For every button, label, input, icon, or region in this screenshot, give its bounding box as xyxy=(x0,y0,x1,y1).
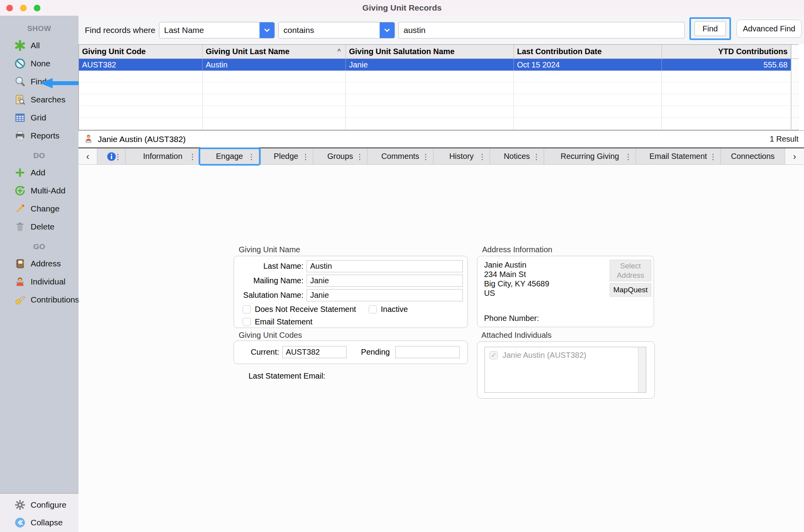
sidebar-item-all[interactable]: All xyxy=(0,36,79,55)
advanced-find-button[interactable]: Advanced Find xyxy=(736,20,802,38)
tab-options-icon[interactable]: ⋮ xyxy=(302,152,309,161)
find-bar: Find records where Last Name contains Fi… xyxy=(79,16,804,44)
attached-checkbox-checked[interactable]: ✓ xyxy=(490,351,498,359)
sidebar-item-individual[interactable]: Individual xyxy=(0,273,79,291)
email-statement-label: Email Statement xyxy=(255,317,312,326)
tab-notices[interactable]: Notices⋮ xyxy=(490,148,544,164)
address-line: 234 Main St xyxy=(484,270,549,279)
salutation-name-label: Salutation Name: xyxy=(234,291,303,300)
sidebar-item-searches[interactable]: Searches xyxy=(0,91,79,109)
tab-history[interactable]: History⋮ xyxy=(433,148,490,164)
sidebar-item-label: All xyxy=(31,41,40,50)
last-name-input[interactable] xyxy=(307,260,463,272)
sidebar-item-grid[interactable]: Grid xyxy=(0,109,79,127)
sidebar-item-label: Reports xyxy=(31,131,60,140)
tab-options-icon[interactable]: ⋮ xyxy=(114,152,122,161)
mailing-name-input[interactable] xyxy=(307,275,463,287)
tab-information[interactable]: Information⋮ xyxy=(126,148,200,164)
sidebar-item-find[interactable]: Find xyxy=(0,73,79,91)
sidebar-item-address[interactable]: Address xyxy=(0,255,79,273)
tab-info[interactable]: ⋮ xyxy=(97,148,126,164)
person-laptop-icon xyxy=(83,134,94,144)
tab-options-icon[interactable]: ⋮ xyxy=(625,152,632,161)
sidebar-section-do: DO xyxy=(0,148,79,164)
address-book-icon xyxy=(14,258,26,270)
tab-groups[interactable]: Groups⋮ xyxy=(313,148,367,164)
tab-options-icon[interactable]: ⋮ xyxy=(422,152,429,161)
tab-recurring-giving[interactable]: Recurring Giving⋮ xyxy=(544,148,636,164)
tabs-scroll-right-button[interactable]: › xyxy=(785,148,804,164)
tab-options-icon[interactable]: ⋮ xyxy=(356,152,364,161)
inactive-checkbox[interactable] xyxy=(369,305,377,313)
sidebar-item-add[interactable]: Add xyxy=(0,164,79,182)
person-icon xyxy=(14,276,26,288)
tab-pledge[interactable]: Pledge⋮ xyxy=(259,148,313,164)
sidebar-item-configure[interactable]: Configure xyxy=(0,496,79,514)
tab-options-icon[interactable]: ⋮ xyxy=(479,152,486,161)
column-header-last-contribution-date[interactable]: Last Contribution Date xyxy=(514,45,662,58)
sidebar-item-label: Grid xyxy=(31,113,46,122)
search-query-input[interactable] xyxy=(398,22,685,38)
phone-number-label: Phone Number: xyxy=(484,313,539,323)
list-scrollbar-track[interactable] xyxy=(638,347,646,392)
find-records-where-label: Find records where xyxy=(85,16,155,44)
record-tab-strip: ‹ ⋮ Information⋮ Engage⋮ Pledge⋮ Groups⋮… xyxy=(79,148,804,165)
printer-icon xyxy=(14,130,26,142)
email-statement-checkbox[interactable] xyxy=(243,318,251,326)
tab-email-statement[interactable]: Email Statement⋮ xyxy=(636,148,721,164)
column-header-ytd-contributions[interactable]: YTD Contributions xyxy=(662,45,791,58)
tab-engage[interactable]: Engage⋮ xyxy=(200,148,259,164)
sidebar-item-label: Collapse xyxy=(31,518,63,527)
tab-comments[interactable]: Comments⋮ xyxy=(367,148,433,164)
tab-label: Pledge xyxy=(274,152,298,161)
multi-add-icon xyxy=(14,185,26,197)
salutation-name-input[interactable] xyxy=(307,289,463,301)
attached-individual-row[interactable]: ✓ Janie Austin (AUST382) xyxy=(485,347,646,360)
mapquest-button[interactable]: MapQuest xyxy=(610,283,651,297)
sidebar-item-change[interactable]: Change xyxy=(0,200,79,218)
last-name-label: Last Name: xyxy=(234,262,303,271)
sidebar-item-contributions[interactable]: Contributions xyxy=(0,291,79,309)
tab-options-icon[interactable]: ⋮ xyxy=(709,152,717,161)
pencil-icon xyxy=(14,203,26,215)
tab-label: Information xyxy=(143,152,182,161)
column-header-giving-unit-code[interactable]: Giving Unit Code xyxy=(79,45,203,58)
table-row xyxy=(79,71,798,82)
tabs-scroll-left-button[interactable]: ‹ xyxy=(79,148,97,164)
tab-label: Engage xyxy=(216,152,243,161)
tab-options-icon[interactable]: ⋮ xyxy=(189,152,196,161)
result-count: 1 Result xyxy=(770,135,804,144)
sort-ascending-icon: ^ xyxy=(338,47,342,56)
tab-options-icon[interactable]: ⋮ xyxy=(533,152,540,161)
find-field-select[interactable]: Last Name xyxy=(159,22,275,38)
column-header-giving-unit-salutation-name[interactable]: Giving Unit Salutation Name xyxy=(346,45,514,58)
table-scrollbar-track[interactable] xyxy=(791,59,799,71)
sidebar-item-collapse[interactable]: Collapse xyxy=(0,514,79,531)
last-statement-email-label: Last Statement Email: xyxy=(249,372,325,381)
pending-code-input[interactable] xyxy=(395,346,460,358)
table-scrollbar-track[interactable] xyxy=(791,45,799,58)
sidebar-item-reports[interactable]: Reports xyxy=(0,127,79,145)
does-not-receive-statement-checkbox[interactable] xyxy=(243,305,251,313)
select-address-button[interactable]: Select Address xyxy=(610,260,651,281)
sidebar-item-none[interactable]: None xyxy=(0,55,79,73)
table-row-selected[interactable]: AUST382 Austin Janie Oct 15 2024 555.68 xyxy=(79,59,798,71)
address-line: Janie Austin xyxy=(484,260,549,270)
giving-unit-name-title: Giving Unit Name xyxy=(239,245,300,254)
sidebar-item-multi-add[interactable]: Multi-Add xyxy=(0,182,79,200)
chevron-left-icon: ‹ xyxy=(86,151,90,162)
grid-icon xyxy=(14,112,26,124)
tab-options-icon[interactable]: ⋮ xyxy=(248,152,255,161)
record-header-bar: Janie Austin (AUST382) 1 Result xyxy=(79,130,804,148)
find-button[interactable]: Find xyxy=(694,21,726,36)
tab-connections[interactable]: Connections xyxy=(721,148,785,164)
plus-icon xyxy=(14,167,26,179)
sidebar-item-delete[interactable]: Delete xyxy=(0,218,79,236)
current-code-label: Current: xyxy=(234,348,279,357)
chevron-down-icon xyxy=(259,22,274,38)
window-title: Giving Unit Records xyxy=(0,0,804,16)
find-operator-value: contains xyxy=(279,26,380,35)
find-operator-select[interactable]: contains xyxy=(278,22,395,38)
column-header-giving-unit-last-name[interactable]: Giving Unit Last Name ^ xyxy=(203,45,346,58)
current-code-input[interactable] xyxy=(282,346,347,358)
